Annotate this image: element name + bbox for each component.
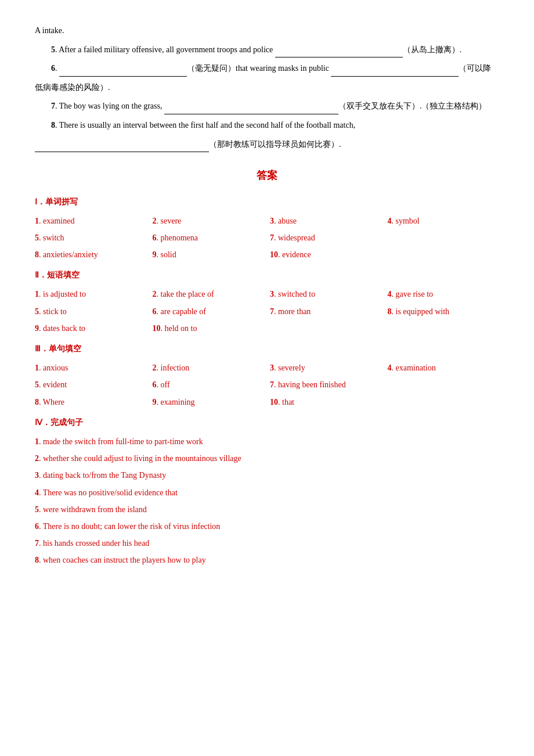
s1-item-5: 5. switch <box>35 231 147 245</box>
s2-item-7: 7. more than <box>270 304 382 319</box>
s3-item-6: 6. off <box>153 377 265 392</box>
section1-header: Ⅰ．单词拼写 <box>35 195 499 209</box>
s4-sentence-5: 5. were withdrawn from the island <box>35 502 499 517</box>
s3-item-10: 10. that <box>270 395 382 409</box>
s4-sentence-6: 6. There is no doubt; can lower the risk… <box>35 519 499 534</box>
s2-item-1: 1. is adjusted to <box>35 287 147 301</box>
section3-header: Ⅲ．单句填空 <box>35 341 499 356</box>
q6-num: 6 <box>51 64 55 73</box>
q7-num: 7 <box>51 102 55 110</box>
s4-sentence-2: 2. whether she could adjust to living in… <box>35 451 499 466</box>
s1-item-8b: 8. anxieties/anxiety <box>35 247 147 262</box>
s1-item-pad <box>388 247 500 262</box>
intro-line: A intake. <box>35 23 499 39</box>
s2-item-9: 9. dates back to <box>35 321 147 336</box>
s4-sentence-1: 1. made the switch from full-time to par… <box>35 434 499 449</box>
q8-text: . There is usually an interval between t… <box>55 121 355 129</box>
s1-item-1: 1. examined <box>35 214 147 228</box>
s3-item-7: 7. having been finished <box>270 377 382 392</box>
s2-item-4: 4. gave rise to <box>388 287 500 301</box>
s2-item-2: 2. take the place of <box>153 287 265 301</box>
top-section: A intake. 5. After a failed military off… <box>35 23 499 152</box>
s2-pad1 <box>270 321 382 336</box>
section2-grid: 1. is adjusted to 2. take the place of 3… <box>35 287 499 336</box>
s2-item-6: 6. are capable of <box>153 304 265 319</box>
question-8-cont: （那时教练可以指导球员如何比赛）. <box>35 137 499 153</box>
s3-item-5: 5. evident <box>35 377 147 392</box>
s2-item-3: 3. switched to <box>270 287 382 301</box>
s2-item-5: 5. stick to <box>35 304 147 319</box>
s3-item-pad <box>388 377 500 392</box>
question-6-cont: 低病毒感染的风险）. <box>35 80 499 96</box>
s3-pad2 <box>388 395 500 409</box>
q7-text: . The boy was lying on the grass, <box>55 102 164 110</box>
question-8: 8. There is usually an interval between … <box>51 118 499 134</box>
s1-item-7: 7. widespread <box>270 231 382 245</box>
s3-item-1: 1. anxious <box>35 361 147 375</box>
question-6: 6. （毫无疑问）that wearing masks in public （可… <box>51 61 499 77</box>
s2-pad2 <box>388 321 500 336</box>
q6-hint1: （毫无疑问）that wearing masks in public <box>187 64 331 73</box>
q7-hint: （双手交叉放在头下）.（独立主格结构） <box>338 102 487 110</box>
section4-header: Ⅳ．完成句子 <box>35 415 499 430</box>
s1-item-6: 6. phenomena <box>153 231 265 245</box>
s1-item-3: 3. abuse <box>270 214 382 228</box>
s3-item-8: 8. Where <box>35 395 147 409</box>
q5-text: . After a failed military offensive, all… <box>55 45 275 54</box>
q6-blank2 <box>331 67 459 77</box>
q6-hint2: （可以降 <box>459 64 491 73</box>
q6-cont: 低病毒感染的风险）. <box>35 83 110 92</box>
answer-title: 答案 <box>35 166 499 185</box>
s3-item-9: 9. examining <box>153 395 265 409</box>
intro-text: A intake. <box>35 26 64 35</box>
q8-blank <box>35 143 209 152</box>
s4-sentence-7: 7. his hands crossed under his head <box>35 536 499 550</box>
s3-item-4: 4. examination <box>388 361 500 375</box>
answer-section: 答案 Ⅰ．单词拼写 1. examined 2. severe 3. abuse… <box>35 166 499 567</box>
q8-num: 8 <box>51 121 55 129</box>
s2-item-10: 10. held on to <box>153 321 265 336</box>
s1-item-10: 10. evidence <box>270 247 382 262</box>
section2-header: Ⅱ．短语填空 <box>35 268 499 282</box>
q6-blank1 <box>59 67 187 77</box>
s4-sentence-4: 4. There was no positive/solid evidence … <box>35 485 499 500</box>
section3-grid: 1. anxious 2. infection 3. severely 4. e… <box>35 361 499 409</box>
section1-grid: 1. examined 2. severe 3. abuse 4. symbol… <box>35 214 499 262</box>
question-7: 7. The boy was lying on the grass, （双手交叉… <box>51 99 499 114</box>
q6-dot: . <box>55 64 59 73</box>
q5-hint: （从岛上撤离）. <box>403 45 462 54</box>
s4-sentence-8: 8. when coaches can instruct the players… <box>35 553 499 567</box>
s1-item-2: 2. severe <box>153 214 265 228</box>
s3-item-3: 3. severely <box>270 361 382 375</box>
s3-item-2: 2. infection <box>153 361 265 375</box>
q8-hint: （那时教练可以指导球员如何比赛）. <box>209 140 341 149</box>
s2-item-8: 8. is equipped with <box>388 304 500 319</box>
s1-item-4: 4. symbol <box>388 214 500 228</box>
s4-sentence-3: 3. dating back to/from the Tang Dynasty <box>35 468 499 483</box>
q5-num: 5 <box>51 45 55 54</box>
q5-blank <box>275 48 403 57</box>
question-5: 5. After a failed military offensive, al… <box>51 42 499 58</box>
q7-blank <box>164 105 338 114</box>
s1-item-9: 9. solid <box>153 247 265 262</box>
s1-item-8 <box>388 231 500 245</box>
